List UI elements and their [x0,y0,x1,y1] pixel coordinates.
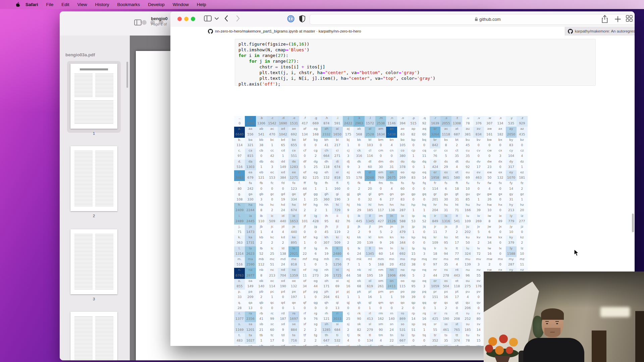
heatmap-cell: db1 [256,160,267,170]
close-button[interactable] [142,20,147,25]
tab-overview-icon[interactable] [626,15,633,22]
heatmap-cell: od190 [278,279,288,290]
shield-icon[interactable] [299,15,305,22]
new-tab-icon[interactable] [615,16,621,22]
heatmap-cell: oe132 [288,279,299,290]
webcam-door [592,330,606,362]
chevron-down-icon[interactable] [215,17,219,20]
address-bar[interactable]: github.com [310,14,635,25]
heatmap-cell: sb21 [256,322,267,333]
back-icon[interactable] [224,15,228,22]
heatmap-cell: jt2 [451,225,462,235]
heatmap-cell: lb52 [256,246,267,257]
heatmap-cell: tg2 [310,333,321,344]
heatmap-cell: em769 [375,170,386,181]
share-icon[interactable] [602,15,608,23]
heatmap-cell: rv80 [473,311,484,322]
heatmap-cell: mc51 [267,257,277,268]
pdf-thumbnail[interactable] [70,229,117,294]
heatmap-cell: du92 [462,160,473,170]
heatmap-cell: ft18 [451,181,462,192]
sidebar-scrollbar[interactable] [126,62,128,88]
tab-inactive-makemore[interactable]: karpathy/makemore: An autoregressive cha… [565,27,635,36]
heatmap-cell: jd4 [278,225,288,235]
heatmap-cell: cc42 [267,148,277,159]
heatmap-cell: cu35 [462,148,473,159]
heatmap-cell: nd704 [278,268,288,279]
heatmap-cell: up16 [408,344,419,346]
heatmap-cell: pk1 [354,290,364,300]
heatmap-cell: lv72 [473,246,484,257]
page-scrollbar[interactable] [632,214,634,232]
heatmap-cell: kq0 [419,235,430,246]
heatmap-cell: rj25 [343,311,354,322]
thumbnail-page-number: 1 [67,131,121,135]
webcam-flower [485,345,493,353]
heatmap-cell: fc0 [267,181,277,192]
webcam-flower [499,335,508,343]
heatmap-cell: lh19 [321,246,332,257]
menu-item-bookmarks[interactable]: Bookmarks [113,2,144,7]
menu-item-file[interactable]: File [42,2,58,7]
heatmap-cell: pj1 [343,290,354,300]
heatmap-cell: mu139 [462,257,473,268]
heatmap-cell: nf11 [299,268,310,279]
heatmap-cell: ct35 [451,148,462,159]
heatmap-cell: gg25 [310,192,321,203]
menu-item-safari[interactable]: Safari [21,2,42,7]
heatmap-cell: mm168 [375,257,386,268]
code-line: chstr = itos[i] + itos[j] [238,64,592,70]
heatmap-cell: oc114 [267,279,277,290]
menu-item-history[interactable]: History [91,2,113,7]
onepassword-icon[interactable] [287,15,294,22]
heatmap-cell: tn22 [386,333,397,344]
mouse-cursor [574,249,580,256]
heatmap-cell: ei818 [332,170,343,181]
zoom-button[interactable] [191,17,195,21]
sidebar-icon[interactable] [134,19,142,25]
heatmap-cell: tu78 [462,333,473,344]
heatmap-cell: fy14 [506,181,517,192]
heatmap-cell: lw16 [484,246,495,257]
heatmap-cell: fn4 [386,181,397,192]
pdf-thumbnail[interactable] [70,64,117,129]
pdf-thumbnail[interactable] [70,312,117,360]
heatmap-cell: hx0 [495,203,505,214]
heatmap-cell: ec153 [267,170,277,181]
heatmap-cell: qb0 [256,301,267,311]
menu-item-window[interactable]: Window [169,2,193,7]
tab-title: nn-zero-to-hero/makemore_part1_bigrams.i… [215,29,361,33]
heatmap-cell: ig428 [310,214,321,225]
heatmap-cell: kf1 [299,235,310,246]
menu-item-develop[interactable]: Develop [144,2,169,7]
heatmap-cell: ti532 [332,333,343,344]
heatmap-cell: ps16 [440,290,451,300]
heatmap-cell: ko344 [397,235,408,246]
heatmap-cell: ca815 [245,148,256,159]
heatmap-cell: ax182 [495,127,505,137]
heatmap-cell: lp15 [408,246,419,257]
heatmap-cell: gx0 [495,192,505,203]
menu-item-edit[interactable]: Edit [57,2,73,7]
heatmap-cell: sg2 [310,322,321,333]
pdf-thumbnail[interactable] [70,146,117,211]
heatmap-cell: se884 [288,322,299,333]
menu-item-view[interactable]: View [73,2,91,7]
minimize-button[interactable] [184,17,189,21]
heatmap-cell: ns278 [440,268,451,279]
sidebar-icon[interactable] [204,15,212,22]
heatmap-cell: of34 [299,279,310,290]
heatmap-cell: dh118 [321,160,332,170]
apple-icon[interactable] [15,2,20,7]
menu-item-help[interactable]: Help [193,2,210,7]
heatmap-cell: eq14 [419,170,430,181]
close-button[interactable] [177,17,182,21]
tab-active-notebook[interactable]: nn-zero-to-hero/makemore_part1_bigrams.i… [170,27,565,36]
heatmap-cell: sp51 [408,322,419,333]
heatmap-cell: ex132 [495,170,505,181]
forward-icon[interactable] [236,15,240,22]
heatmap-cell: bx0 [495,138,505,148]
heatmap-cell: dk3 [354,160,364,170]
heatmap-cell: r.1377 [234,311,245,322]
heatmap-cell: sh1285 [321,322,332,333]
